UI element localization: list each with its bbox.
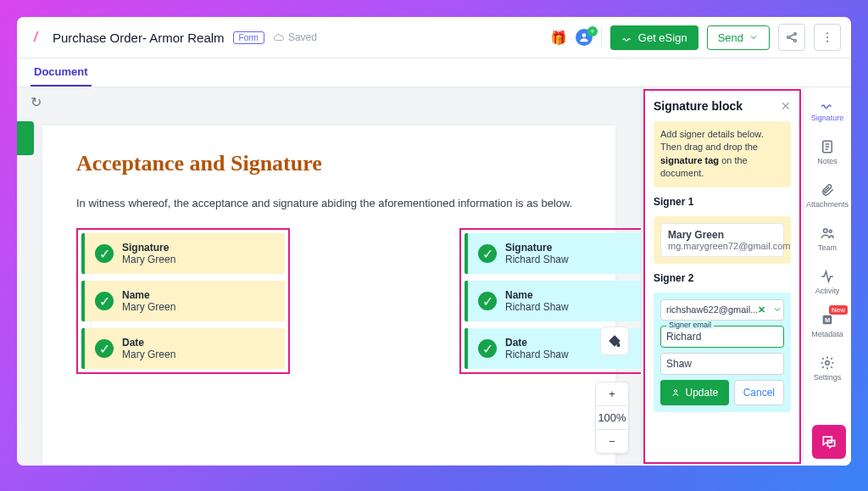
get-esign-button[interactable]: Get eSign xyxy=(610,25,698,50)
page-paragraph: In witness whereof, the acceptance and s… xyxy=(76,197,581,209)
close-panel-icon[interactable]: ✕ xyxy=(781,99,791,113)
saved-status: Saved xyxy=(273,31,317,43)
svg-text:M: M xyxy=(825,316,830,324)
left-rail-handle[interactable] xyxy=(17,121,34,155)
app-logo-icon: / xyxy=(27,29,44,46)
rail-notes[interactable]: Notes xyxy=(804,131,851,174)
check-icon: ✓ xyxy=(478,292,497,310)
rail-settings[interactable]: Settings xyxy=(804,347,851,390)
form-badge: Form xyxy=(233,31,264,44)
app-window: / Purchase Order- Armor Realm Form Saved… xyxy=(17,17,851,466)
svg-point-10 xyxy=(829,230,832,232)
signature-icon xyxy=(820,96,835,111)
share-button[interactable] xyxy=(778,24,805,51)
check-icon: ✓ xyxy=(478,244,497,263)
fill-tool-icon[interactable] xyxy=(600,326,629,355)
svg-point-5 xyxy=(826,36,828,38)
check-icon: ✓ xyxy=(95,292,114,310)
cancel-button[interactable]: Cancel xyxy=(734,380,784,405)
check-icon: ✓ xyxy=(95,339,114,358)
signer2-card: richshaw622@gmail... ✕ Signer email Rich… xyxy=(654,293,791,412)
add-user-icon[interactable] xyxy=(576,29,593,46)
signature-field[interactable]: ✓NameRichard Shaw xyxy=(465,281,641,321)
chevron-down-icon xyxy=(748,32,759,42)
svg-point-6 xyxy=(826,41,828,42)
signer1-card[interactable]: Mary Green mg.marygreen72@gmail.com xyxy=(654,216,791,264)
zoom-in-button[interactable]: + xyxy=(596,382,628,405)
svg-point-0 xyxy=(581,33,586,37)
refresh-icon[interactable]: ↻ xyxy=(31,95,42,109)
more-button[interactable] xyxy=(814,24,841,51)
update-button[interactable]: Update xyxy=(660,380,729,405)
signature-field[interactable]: ✓NameMary Green xyxy=(81,281,285,321)
signature-field[interactable]: ✓SignatureMary Green xyxy=(81,233,285,274)
svg-point-1 xyxy=(787,36,790,39)
panel-title: Signature block xyxy=(654,99,743,113)
activity-icon xyxy=(820,269,835,284)
check-icon: ✓ xyxy=(95,244,114,263)
svg-point-4 xyxy=(826,32,828,34)
document-area: ↻ Acceptance and Signature In witness wh… xyxy=(17,87,641,466)
svg-point-3 xyxy=(794,40,797,42)
right-rail: Signature Notes Attachments Team Activit… xyxy=(804,87,851,466)
rail-signature[interactable]: Signature xyxy=(804,87,851,131)
team-icon xyxy=(820,226,835,241)
rail-team[interactable]: Team xyxy=(804,217,851,260)
tab-document[interactable]: Document xyxy=(31,59,92,86)
chat-icon xyxy=(821,433,837,450)
check-icon: ✓ xyxy=(478,339,497,358)
chevron-down-icon xyxy=(772,304,782,315)
rail-metadata[interactable]: New M Metadata xyxy=(804,304,851,347)
rail-activity[interactable]: Activity xyxy=(804,260,851,304)
signer2-label: Signer 2 xyxy=(654,272,791,284)
paperclip-icon xyxy=(820,182,835,198)
svg-point-9 xyxy=(824,229,828,233)
svg-point-13 xyxy=(826,361,830,365)
signature-fields: ✓SignatureMary Green ✓NameMary Green ✓Da… xyxy=(76,228,581,374)
zoom-out-button[interactable]: − xyxy=(596,429,628,453)
notes-icon xyxy=(820,139,835,154)
signer1-label: Signer 1 xyxy=(654,196,791,208)
gear-icon xyxy=(820,355,835,371)
send-button[interactable]: Send xyxy=(707,25,770,50)
document-page[interactable]: Acceptance and Signature In witness wher… xyxy=(42,126,615,465)
tabs: Document xyxy=(17,59,851,87)
clear-icon[interactable]: ✕ xyxy=(758,304,765,315)
main: ↻ Acceptance and Signature In witness wh… xyxy=(17,87,851,466)
signer-email-select[interactable]: richshaw622@gmail... ✕ xyxy=(660,299,784,321)
svg-point-7 xyxy=(675,389,677,392)
signer1-column: ✓SignatureMary Green ✓NameMary Green ✓Da… xyxy=(76,228,290,374)
page-heading: Acceptance and Signature xyxy=(76,151,581,176)
svg-point-2 xyxy=(794,33,797,36)
topbar: / Purchase Order- Armor Realm Form Saved… xyxy=(17,17,851,59)
gift-icon[interactable]: 🎁 xyxy=(550,30,567,46)
cloud-icon xyxy=(273,33,285,42)
doc-title: Purchase Order- Armor Realm xyxy=(53,31,225,45)
chat-fab[interactable] xyxy=(812,425,846,459)
signature-panel: Signature block ✕ Add signer details bel… xyxy=(641,87,804,466)
new-badge: New xyxy=(829,305,848,315)
zoom-control: + 100% − xyxy=(595,382,629,454)
signature-field[interactable]: ✓DateMary Green xyxy=(81,328,285,369)
first-name-input[interactable]: Signer email Richard xyxy=(660,326,784,348)
last-name-input[interactable]: Shaw xyxy=(660,353,784,375)
rail-attachments[interactable]: Attachments xyxy=(804,174,851,217)
panel-info: Add signer details below. Then drag and … xyxy=(654,121,791,187)
signature-field[interactable]: ✓SignatureRichard Shaw xyxy=(465,233,641,274)
zoom-level: 100% xyxy=(596,405,628,429)
